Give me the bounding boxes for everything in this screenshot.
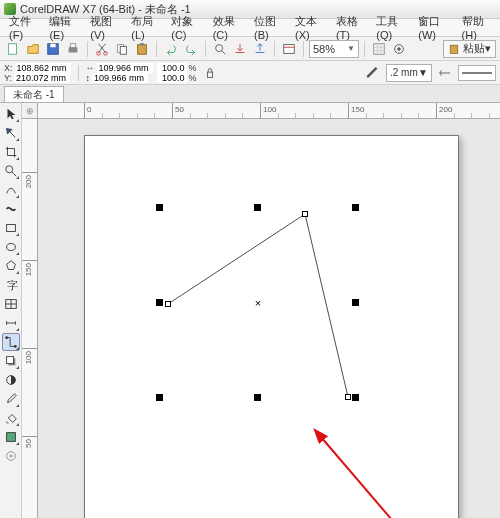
polyline-node-end[interactable] — [345, 394, 351, 400]
zoom-tool[interactable] — [2, 162, 20, 180]
document-viewport[interactable]: × — [38, 119, 500, 518]
svg-rect-4 — [70, 43, 75, 47]
redo-button[interactable] — [182, 40, 200, 58]
svg-rect-13 — [374, 43, 385, 54]
svg-point-19 — [5, 166, 12, 173]
menu-edit[interactable]: 编辑(E) — [44, 13, 83, 42]
connector-tool[interactable] — [2, 333, 20, 351]
shape-tool[interactable] — [2, 124, 20, 142]
artistic-media-tool[interactable] — [2, 200, 20, 218]
horizontal-ruler[interactable]: 050100150200250 — [38, 103, 500, 119]
selection-handle-ne[interactable] — [352, 204, 359, 211]
line-start-button[interactable] — [436, 64, 454, 82]
document-tab-bar: 未命名 -1 — [0, 85, 500, 103]
scale-x-field[interactable] — [157, 63, 187, 73]
menu-layout[interactable]: 布局(L) — [126, 13, 164, 42]
menu-text[interactable]: 文本(X) — [290, 13, 329, 42]
height-icon: ↕ — [86, 73, 91, 83]
line-style-field[interactable] — [458, 65, 496, 81]
pick-tool[interactable] — [2, 105, 20, 123]
paste-button[interactable] — [133, 40, 151, 58]
menu-effect[interactable]: 效果(C) — [208, 13, 247, 42]
page — [84, 135, 459, 518]
transparency-tool[interactable] — [2, 371, 20, 389]
menu-tools[interactable]: 工具(Q) — [371, 13, 411, 42]
polyline-node-mid[interactable] — [302, 211, 308, 217]
menu-object[interactable]: 对象(C) — [166, 13, 205, 42]
outline-width-field[interactable]: .2 mm ▼ — [386, 64, 432, 82]
fill-tool[interactable] — [2, 409, 20, 427]
svg-rect-12 — [284, 44, 295, 53]
selection-handle-s[interactable] — [254, 394, 261, 401]
snap-button[interactable] — [370, 40, 388, 58]
selection-handle-sw[interactable] — [156, 394, 163, 401]
x-label: X: — [4, 63, 13, 73]
ruler-origin[interactable]: ⊕ — [22, 103, 38, 119]
copy-button[interactable] — [113, 40, 131, 58]
menu-bar: 文件(F) 编辑(E) 视图(V) 布局(L) 对象(C) 效果(C) 位图(B… — [0, 19, 500, 37]
crop-tool[interactable] — [2, 143, 20, 161]
document-tab[interactable]: 未命名 -1 — [4, 86, 64, 102]
eyedropper-tool[interactable] — [2, 390, 20, 408]
table-tool[interactable] — [2, 295, 20, 313]
options-button[interactable] — [390, 40, 408, 58]
export-button[interactable] — [251, 40, 269, 58]
toolbox: 字 — [0, 103, 22, 518]
dimension-tool[interactable] — [2, 314, 20, 332]
smartfill-tool[interactable] — [2, 428, 20, 446]
cut-button[interactable] — [93, 40, 111, 58]
svg-rect-10 — [140, 42, 144, 45]
selection-handle-w[interactable] — [156, 299, 163, 306]
svg-text:字: 字 — [6, 279, 17, 291]
selection-handle-se[interactable] — [352, 394, 359, 401]
import-button[interactable] — [231, 40, 249, 58]
expand-tool[interactable] — [2, 447, 20, 465]
menu-bitmap[interactable]: 位图(B) — [249, 13, 288, 42]
position-fields: X: Y: — [4, 63, 71, 83]
dropshadow-tool[interactable] — [2, 352, 20, 370]
polygon-tool[interactable] — [2, 257, 20, 275]
menu-file[interactable]: 文件(F) — [4, 13, 42, 42]
menu-window[interactable]: 窗口(W) — [413, 13, 454, 42]
lock-ratio-button[interactable] — [201, 64, 219, 82]
publish-button[interactable] — [280, 40, 298, 58]
open-button[interactable] — [24, 40, 42, 58]
zoom-level-field[interactable]: 58% ▼ — [309, 40, 359, 58]
save-button[interactable] — [44, 40, 62, 58]
polyline-node-start[interactable] — [165, 301, 171, 307]
scale-y-field[interactable] — [157, 73, 187, 83]
freehand-tool[interactable] — [2, 181, 20, 199]
new-button[interactable] — [4, 40, 22, 58]
outline-pen-button[interactable] — [364, 64, 382, 82]
rectangle-tool[interactable] — [2, 219, 20, 237]
height-field[interactable] — [92, 73, 148, 83]
chevron-down-icon: ▼ — [347, 44, 355, 53]
svg-point-24 — [5, 336, 8, 339]
search-button[interactable] — [211, 40, 229, 58]
ellipse-tool[interactable] — [2, 238, 20, 256]
zoom-value: 58% — [313, 43, 335, 55]
text-tool[interactable]: 字 — [2, 276, 20, 294]
svg-point-11 — [216, 44, 223, 51]
vertical-ruler[interactable]: 200150100500-50-100 — [22, 119, 38, 518]
selection-handle-e[interactable] — [352, 299, 359, 306]
paste-dropdown[interactable]: 粘贴▾ — [443, 40, 496, 58]
svg-rect-3 — [69, 47, 78, 52]
print-button[interactable] — [64, 40, 82, 58]
svg-point-15 — [397, 47, 401, 51]
width-field[interactable] — [97, 63, 153, 73]
size-fields: ↔ ↕ — [86, 63, 153, 83]
width-icon: ↔ — [86, 63, 95, 73]
selection-handle-n[interactable] — [254, 204, 261, 211]
menu-view[interactable]: 视图(V) — [85, 13, 124, 42]
scale-fields: % % — [157, 63, 197, 83]
svg-rect-27 — [6, 357, 13, 364]
x-field[interactable] — [15, 63, 71, 73]
menu-help[interactable]: 帮助(H) — [457, 13, 496, 42]
undo-button[interactable] — [162, 40, 180, 58]
selection-handle-nw[interactable] — [156, 204, 163, 211]
menu-table[interactable]: 表格(T) — [331, 13, 369, 42]
y-field[interactable] — [14, 73, 70, 83]
svg-rect-8 — [120, 46, 126, 54]
svg-point-21 — [6, 244, 15, 251]
